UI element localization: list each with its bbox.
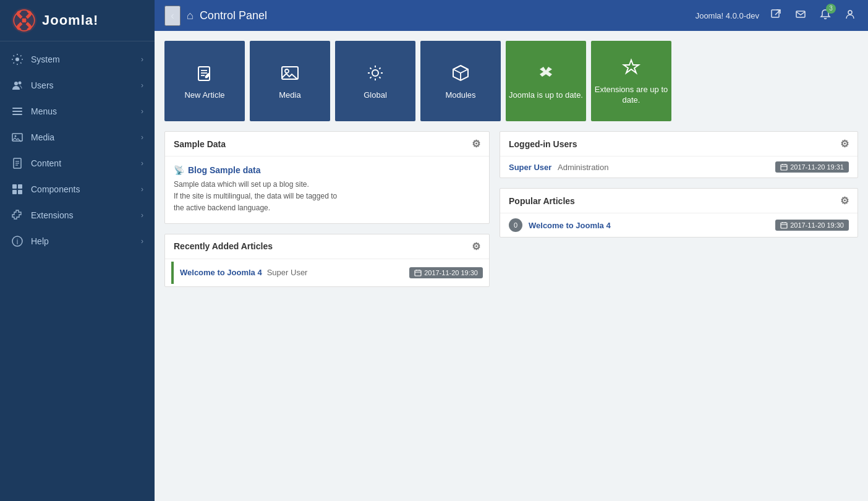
svg-rect-20	[772, 10, 779, 17]
recently-added-panel: Recently Added Articles ⚙ Welcome to Joo…	[164, 234, 490, 287]
extensions-icon	[11, 209, 23, 221]
svg-rect-5	[12, 108, 22, 109]
right-panels: Logged-in Users ⚙ Super User Administrat…	[500, 131, 858, 287]
sidebar-label-media: Media	[31, 132, 54, 142]
joomla-uptodate-button[interactable]: Joomla is up to date.	[506, 41, 586, 121]
popular-row: 0 Welcome to Joomla 4 2017-11-20 19:30	[500, 213, 857, 237]
svg-point-9	[15, 135, 17, 137]
logged-in-gear-icon[interactable]: ⚙	[840, 138, 849, 150]
sample-data-header: Sample Data ⚙	[165, 132, 489, 156]
sidebar: Joomla! System › Users	[0, 0, 155, 501]
article-info: Welcome to Joomla 4 Super User	[180, 268, 307, 277]
recently-added-gear-icon[interactable]: ⚙	[472, 241, 480, 252]
star-icon	[620, 56, 642, 79]
svg-point-2	[15, 58, 19, 61]
sidebar-label-extensions: Extensions	[31, 210, 73, 220]
user-profile-button[interactable]	[842, 6, 858, 25]
sample-desc-line1: Sample data which will set up a blog sit…	[174, 180, 309, 189]
sidebar-item-help[interactable]: i Help ›	[0, 228, 155, 254]
home-icon: ⌂	[187, 9, 194, 22]
extensions-uptodate-button[interactable]: Extensions are up to date.	[591, 41, 671, 121]
user-row: Super User Administration 2017-11-20 19:…	[500, 156, 857, 178]
notifications-button[interactable]: 3	[817, 6, 833, 25]
blog-sample-link[interactable]: 📡 Blog Sample data	[174, 165, 480, 175]
chevron-right-icon: ›	[141, 55, 143, 64]
sidebar-label-content: Content	[31, 158, 61, 168]
popular-count: 0	[509, 218, 522, 232]
sidebar-item-system[interactable]: System ›	[0, 46, 155, 72]
calendar-icon-3	[780, 221, 788, 229]
sidebar-logo: Joomla!	[0, 0, 155, 41]
sample-data-gear-icon[interactable]: ⚙	[472, 138, 480, 150]
svg-rect-8	[12, 134, 22, 141]
page-title: Control Panel	[200, 9, 689, 22]
external-link-icon	[770, 9, 781, 20]
topbar: ‹ ⌂ Control Panel Joomla! 4.0.0-dev 3	[155, 0, 868, 31]
joomla-logo-icon	[11, 7, 37, 33]
sidebar-item-extensions[interactable]: Extensions ›	[0, 202, 155, 228]
user-info: Super User Administration	[509, 163, 608, 172]
user-login-date: 2017-11-20 19:31	[790, 163, 844, 171]
svg-point-30	[372, 70, 378, 76]
app-version: Joomla! 4.0.0-dev	[696, 11, 759, 20]
media-quick-icon	[279, 62, 301, 84]
system-icon	[11, 53, 23, 66]
chevron-right-icon: ›	[141, 81, 143, 90]
logged-in-users-title: Logged-in Users	[509, 139, 577, 149]
article-row-wrapper: Welcome to Joomla 4 Super User 2017-11-2…	[165, 259, 489, 286]
popular-articles-header: Popular Articles ⚙	[500, 189, 857, 213]
svg-rect-1	[22, 19, 27, 23]
new-article-button[interactable]: New Article	[164, 41, 245, 121]
joomla-logo: Joomla!	[11, 7, 98, 33]
sidebar-label-users: Users	[31, 80, 54, 90]
messages-button[interactable]	[793, 6, 809, 25]
new-article-label: New Article	[184, 90, 224, 101]
sidebar-label-help: Help	[31, 236, 49, 246]
media-label: Media	[279, 90, 300, 101]
logged-in-users-panel: Logged-in Users ⚙ Super User Administrat…	[500, 131, 858, 178]
popular-title-link[interactable]: Welcome to Joomla 4	[529, 221, 611, 230]
user-name: Super User	[509, 163, 551, 172]
chevron-right-icon: ›	[141, 211, 143, 220]
user-role: Administration	[558, 163, 608, 172]
svg-rect-35	[781, 165, 787, 170]
sidebar-item-users[interactable]: Users ›	[0, 72, 155, 98]
sidebar-item-components[interactable]: Components ›	[0, 176, 155, 202]
components-icon	[11, 183, 23, 195]
svg-rect-14	[12, 184, 17, 189]
chevron-right-icon: ›	[141, 185, 143, 194]
popular-date: 2017-11-20 19:30	[790, 221, 844, 229]
sample-description: Sample data which will set up a blog sit…	[174, 179, 480, 215]
svg-rect-22	[796, 11, 805, 17]
sidebar-item-content[interactable]: Content ›	[0, 150, 155, 176]
chevron-right-icon: ›	[141, 159, 143, 168]
sidebar-item-media[interactable]: Media ›	[0, 124, 155, 150]
sample-data-panel: Sample Data ⚙ 📡 Blog Sample data Sample …	[164, 131, 490, 224]
main-content: New Article Media Global Modules	[155, 31, 868, 501]
blog-sample-title: Blog Sample data	[188, 165, 260, 175]
svg-rect-31	[415, 270, 421, 276]
notification-count: 3	[826, 4, 836, 14]
left-panels: Sample Data ⚙ 📡 Blog Sample data Sample …	[164, 131, 490, 287]
gear-icon	[364, 62, 386, 84]
media-button[interactable]: Media	[250, 41, 330, 121]
article-green-bar	[171, 262, 174, 284]
global-button[interactable]: Global	[335, 41, 415, 121]
sidebar-label-components: Components	[31, 184, 80, 194]
popular-gear-icon[interactable]: ⚙	[840, 195, 849, 207]
joomla-uptodate-label: Joomla is up to date.	[509, 90, 583, 101]
help-icon: i	[11, 235, 23, 247]
modules-button[interactable]: Modules	[420, 41, 501, 121]
media-icon	[11, 131, 23, 143]
article-author: Super User	[267, 268, 308, 277]
sidebar-toggle-button[interactable]: ‹	[164, 6, 181, 26]
svg-rect-6	[12, 111, 22, 112]
popular-articles-title: Popular Articles	[509, 196, 575, 206]
article-title-link[interactable]: Welcome to Joomla 4	[180, 268, 262, 277]
external-link-button[interactable]	[768, 6, 784, 25]
sidebar-item-menus[interactable]: Menus ›	[0, 98, 155, 124]
svg-line-21	[775, 10, 780, 15]
svg-point-4	[19, 82, 22, 85]
user-date-badge: 2017-11-20 19:31	[775, 161, 849, 173]
panels-row: Sample Data ⚙ 📡 Blog Sample data Sample …	[164, 131, 858, 287]
